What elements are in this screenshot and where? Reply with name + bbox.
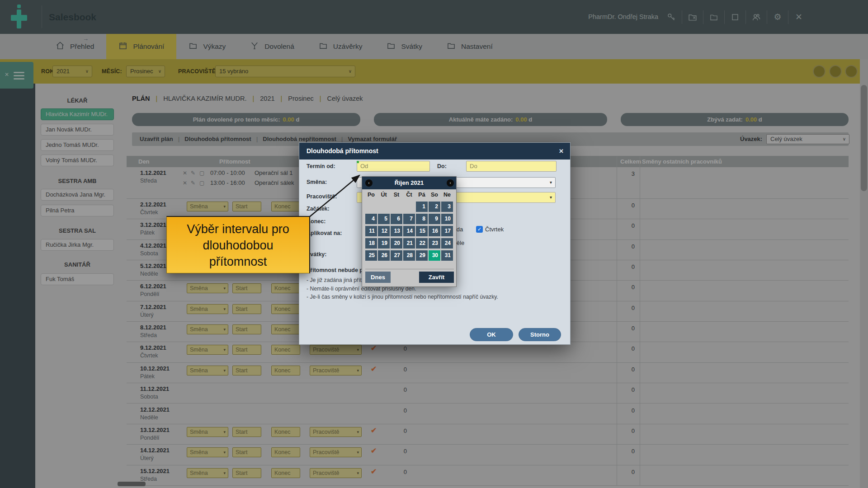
smena-select[interactable]: Směna▾	[187, 468, 228, 478]
key-icon[interactable]	[661, 0, 682, 34]
tab-vkazy[interactable]: Výkazy	[176, 34, 238, 59]
calendar-day[interactable]: 20	[391, 238, 402, 249]
calendar-day[interactable]: 23	[429, 238, 440, 249]
edit-icon[interactable]: ✎	[191, 170, 195, 176]
konec-input[interactable]: Konec	[271, 304, 300, 314]
smena-select[interactable]: Směna▾	[187, 202, 228, 211]
tab-uzvrky[interactable]: Uzávěrky	[307, 34, 375, 59]
sidebar-item[interactable]: Fuk Tomáš	[41, 273, 114, 285]
calendar-day[interactable]: 21	[403, 238, 415, 249]
smena-select[interactable]: Směna▾	[187, 345, 228, 355]
calendar-day[interactable]: 22	[416, 238, 428, 249]
expand-arrow-icon[interactable]: →	[83, 35, 89, 42]
storno-button[interactable]: Storno	[519, 328, 561, 341]
delete-icon[interactable]: ✕	[183, 170, 187, 176]
start-input[interactable]: Start	[232, 304, 261, 314]
close-calendar-button[interactable]: Zavřít	[419, 272, 454, 283]
confirm-check-icon[interactable]: ✔	[371, 344, 377, 352]
pracoviste-select[interactable]: 15 vybráno∨	[215, 66, 355, 77]
konec-input[interactable]: Konec	[271, 345, 300, 355]
vertical-scrollbar-thumb[interactable]	[861, 85, 867, 191]
konec-input[interactable]: Konec	[271, 283, 300, 293]
start-input[interactable]: Start	[232, 447, 261, 457]
start-input[interactable]: Start	[232, 324, 261, 334]
sidebar-item[interactable]: Jedno Tomáš MUDr.	[41, 139, 114, 151]
filter-round-button-1[interactable]	[813, 65, 826, 78]
start-input[interactable]: Start	[232, 202, 261, 211]
confirm-check-icon[interactable]: ✔	[371, 467, 377, 476]
calendar-day[interactable]: 25	[365, 250, 377, 261]
calendar-day[interactable]: 11	[365, 226, 377, 236]
calendar-day[interactable]: 27	[391, 250, 402, 261]
calendar-day[interactable]: 9	[429, 214, 440, 224]
start-input[interactable]: Start	[232, 468, 261, 478]
od-input[interactable]: Od	[357, 161, 430, 172]
start-input[interactable]: Start	[232, 345, 261, 355]
sidebar-item-selected[interactable]: Hlavička Kazimír MUDr.	[41, 108, 114, 120]
detail-icon[interactable]: ▢	[199, 180, 204, 186]
start-input[interactable]: Start	[232, 366, 261, 375]
pracoviste-select[interactable]: Pracoviště▾	[310, 345, 362, 355]
konec-input[interactable]: Konec	[271, 366, 300, 375]
detail-icon[interactable]: ▢	[199, 170, 204, 176]
stop-icon[interactable]	[725, 0, 745, 34]
calendar-day[interactable]: 6	[391, 214, 402, 224]
konec-input[interactable]: Konec	[271, 324, 300, 334]
close-icon[interactable]: ✕	[788, 0, 809, 34]
delete-icon[interactable]: ✕	[183, 180, 187, 186]
calendar-day[interactable]: 5	[378, 214, 390, 224]
pracoviste-select[interactable]: Pracoviště▾	[310, 468, 362, 478]
confirm-check-icon[interactable]: ✔	[371, 365, 377, 373]
calendar-day[interactable]: 18	[365, 238, 377, 249]
konec-input[interactable]: Konec	[271, 468, 300, 478]
sidebar-item[interactable]: Ručička Jirka Mgr.	[41, 239, 114, 251]
smena-select[interactable]: Směna▾	[187, 447, 228, 457]
mesic-select[interactable]: Prosinec∨	[126, 66, 165, 77]
folder-alert-icon[interactable]	[682, 0, 703, 34]
calendar-day[interactable]: 29	[416, 250, 428, 261]
folder-icon[interactable]	[703, 0, 724, 34]
calendar-day[interactable]: 19	[378, 238, 390, 249]
calendar-day[interactable]: 15	[416, 226, 428, 236]
do-input[interactable]: Do	[466, 161, 557, 172]
horizontal-scrollbar-thumb[interactable]	[118, 482, 146, 486]
rok-select[interactable]: 2021∨	[52, 66, 92, 77]
action-link-1[interactable]: Dlouhodobá přítomnost	[184, 132, 251, 146]
calendar-day[interactable]: 16	[429, 226, 440, 236]
calendar-day[interactable]: 26	[378, 250, 390, 261]
gear-icon[interactable]: ⚙	[767, 0, 788, 34]
calendar-day[interactable]: 1	[416, 202, 428, 212]
users-icon[interactable]	[746, 0, 767, 34]
next-month-button[interactable]: ›	[447, 179, 454, 187]
start-input[interactable]: Start	[232, 283, 261, 293]
uvazek-select[interactable]: Celý úvazek∨	[766, 134, 849, 144]
calendar-day[interactable]: 10	[441, 214, 453, 224]
tab-plnovn[interactable]: Plánování	[106, 34, 176, 59]
smena-select[interactable]: Směna▾	[187, 283, 228, 293]
calendar-day-selected[interactable]: 30	[429, 250, 440, 261]
tab-pehled[interactable]: Přehled	[43, 34, 106, 59]
today-button[interactable]: Dnes	[365, 272, 391, 283]
filter-round-button-2[interactable]	[829, 65, 842, 78]
close-icon[interactable]: ✕	[559, 143, 564, 160]
konec-input[interactable]: Konec	[271, 427, 300, 437]
sidebar-item[interactable]: Docházková Jana Mgr.	[41, 189, 114, 201]
calendar-day[interactable]: 3	[441, 202, 453, 212]
calendar-day[interactable]: 31	[441, 250, 453, 261]
action-link-0[interactable]: Uzavřít plán	[140, 132, 173, 146]
konec-input[interactable]: Konec	[271, 447, 300, 457]
calendar-day[interactable]: 2	[429, 202, 440, 212]
smena-select[interactable]: Směna▾	[187, 427, 228, 437]
sidebar-item[interactable]: Jan Novák MUDr.	[41, 124, 114, 136]
tab-dovolen[interactable]: Dovolená	[238, 34, 307, 59]
tab-nastaven[interactable]: Nastavení	[434, 34, 505, 59]
weekday-checkbox-čtvrtek[interactable]: ✓	[476, 226, 483, 233]
calendar-day[interactable]: 24	[441, 238, 453, 249]
pracoviste-select[interactable]: Pracoviště▾	[310, 447, 362, 457]
smena-select[interactable]: Směna▾	[187, 304, 228, 314]
ok-button[interactable]: OK	[470, 328, 513, 341]
smena-select[interactable]: Směna▾	[187, 324, 228, 334]
pracoviste-select[interactable]: Pracoviště▾	[310, 427, 362, 437]
menu-toggle-button[interactable]: ✕	[0, 62, 33, 89]
konec-input[interactable]: Konec	[271, 202, 300, 211]
